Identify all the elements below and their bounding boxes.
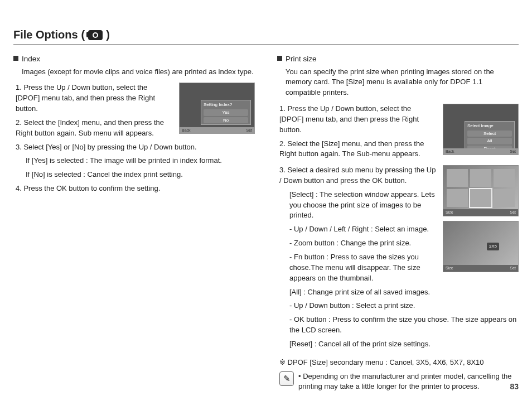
size-step-2: 2. Select the [Size] menu, and then pres…: [279, 139, 436, 160]
note-icon: ✎: [279, 371, 294, 386]
index-step-3: 3. Select [Yes] or [No] by pressing the …: [16, 142, 255, 153]
shot3-bar-size: Size: [446, 265, 453, 271]
print-size-heading: Print size: [286, 54, 317, 65]
index-menu-screenshot: Setting Index? Yes No Back Set: [179, 83, 255, 134]
shot-menu-title: Select Image: [467, 123, 494, 128]
shot2-bar-set: Set: [510, 210, 516, 215]
paren-open: (: [81, 27, 85, 43]
index-step-3b: If [No] is selected : Cancel the index p…: [26, 170, 255, 180]
index-description: Images (except for movie clips and voice…: [22, 67, 255, 78]
shot-bar-set: Set: [510, 149, 516, 154]
shot3-bar-set: Set: [510, 265, 516, 271]
shot-option-select: Select: [467, 131, 512, 137]
square-bullet-icon: [277, 56, 282, 61]
paren-close: ): [106, 27, 110, 43]
shot-bar-back: Back: [446, 149, 454, 154]
size-step-3-ok: - OK button : Press to confirm the size …: [289, 315, 519, 336]
index-heading: Index: [22, 54, 40, 65]
title-text: File Options: [13, 27, 78, 43]
page-number: 83: [510, 381, 519, 392]
note-text: Depending on the manufacturer and printe…: [298, 371, 519, 393]
index-step-2: 2. Select the [Index] menu, and then pre…: [16, 118, 172, 139]
shot2-bar-size: Size: [446, 210, 453, 215]
thumbnail-grid-screenshot: Size Set: [443, 165, 519, 216]
size-step-1: 1. Press the Up / Down button, select th…: [279, 104, 436, 136]
column-index: Index Images (except for movie clips and…: [13, 54, 255, 392]
size-step-3-all: [All] : Change print size of all saved i…: [289, 287, 519, 298]
shot-option-no: No: [204, 117, 248, 124]
print-size-description: You can specify the print size when prin…: [286, 67, 519, 99]
size-step-3-updown: - Up / Down button : Select a print size…: [289, 301, 519, 311]
index-step-3a: If [Yes] is selected : The image will be…: [26, 156, 255, 166]
file-options-icon: [88, 30, 103, 40]
shot-option-all: All: [467, 138, 512, 144]
index-step-1: 1. Press the Up / Down button, select th…: [16, 83, 172, 114]
shot-bar-back: Back: [182, 128, 191, 133]
shot-menu-title: Setting Index?: [204, 102, 232, 107]
dpof-secondary-menu: ※ DPOF [Size] secondary menu : Cancel, 3…: [279, 357, 519, 368]
shot-option-yes: Yes: [204, 109, 248, 116]
square-bullet-icon: [13, 56, 18, 61]
size-step-3-reset: [Reset] : Cancel all of the print size s…: [289, 339, 519, 350]
size-menu-screenshot: Select Image Select All Reset Back Set: [443, 104, 519, 155]
size-badge-screenshot: 3X5 Size Set: [443, 221, 519, 272]
index-step-4: 4. Press the OK button to confirm the se…: [16, 183, 255, 194]
size-badge: 3X5: [487, 243, 499, 250]
page-title: File Options ( ): [13, 27, 519, 45]
column-print-size: Print size You can specify the print siz…: [277, 54, 519, 392]
shot-bar-set: Set: [246, 128, 252, 133]
